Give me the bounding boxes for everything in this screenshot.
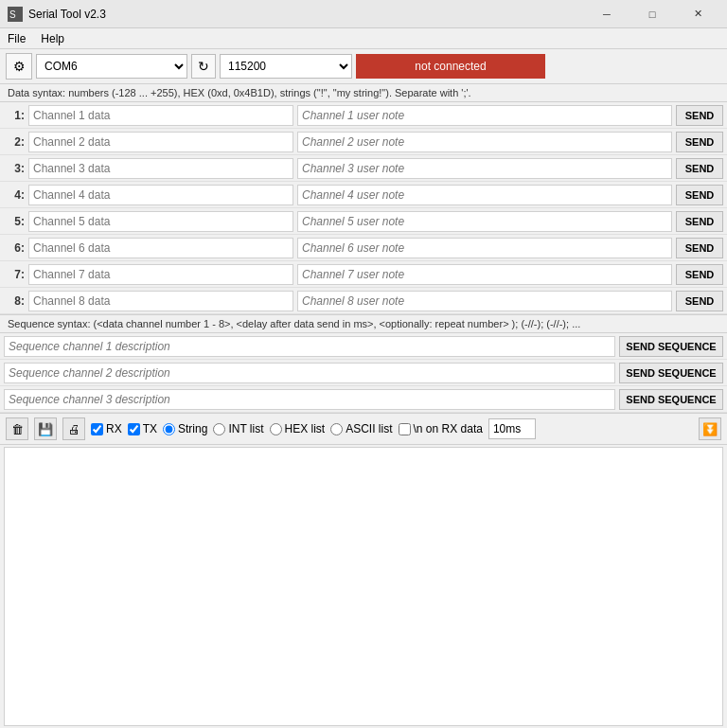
toolbar: ⚙ COM6 COM1 COM2 COM3 COM4 COM5 ↻ 115200…	[0, 49, 727, 84]
send-button-3[interactable]: SEND	[676, 158, 723, 179]
rx-checkbox-label[interactable]: RX	[91, 422, 122, 435]
send-button-7[interactable]: SEND	[676, 264, 723, 285]
channel-num-3: 3:	[4, 162, 25, 175]
rx-checkbox[interactable]	[91, 423, 103, 435]
channel-note-input-7[interactable]	[297, 264, 672, 285]
channel-data-input-7[interactable]	[28, 264, 293, 285]
channel-data-input-4[interactable]	[28, 185, 293, 205]
refresh-button[interactable]: ↻	[191, 54, 216, 79]
title-bar: S Serial Tool v2.3 ─ □ ✕	[0, 0, 727, 28]
save-button[interactable]: 💾	[34, 417, 57, 440]
sequence-input-3[interactable]	[4, 389, 615, 410]
channel-data-input-3[interactable]	[28, 158, 293, 179]
sequence-row-2: SEND SEQUENCE	[0, 360, 727, 386]
send-sequence-button-3[interactable]: SEND SEQUENCE	[619, 389, 723, 410]
channel-num-8: 8:	[4, 294, 25, 308]
channel-row-7: 7: SEND	[0, 261, 727, 288]
channel-num-1: 1:	[4, 109, 25, 122]
channel-row-5: 5: SEND	[0, 208, 727, 235]
channel-note-input-4[interactable]	[297, 185, 672, 205]
channel-row-1: 1: SEND	[0, 102, 727, 129]
clear-button[interactable]: 🗑	[6, 417, 28, 440]
string-radio[interactable]	[163, 423, 175, 435]
delay-input[interactable]	[488, 418, 536, 439]
newline-checkbox[interactable]	[399, 423, 411, 435]
channel-num-6: 6:	[4, 241, 25, 255]
connect-button[interactable]: not connected	[356, 54, 545, 79]
channel-note-input-3[interactable]	[297, 158, 672, 179]
main-content: ⚙ COM6 COM1 COM2 COM3 COM4 COM5 ↻ 115200…	[0, 49, 727, 728]
channel-row-8: 8: SEND	[0, 288, 727, 314]
expand-icon: ⏬	[702, 422, 718, 436]
channel-row-4: 4: SEND	[0, 182, 727, 208]
settings-button[interactable]: ⚙	[6, 53, 32, 80]
channel-data-input-6[interactable]	[28, 238, 293, 258]
port-select[interactable]: COM6 COM1 COM2 COM3 COM4 COM5	[36, 54, 187, 79]
channel-row-6: 6: SEND	[0, 235, 727, 261]
channel-note-input-6[interactable]	[297, 238, 672, 258]
monitor-area[interactable]	[4, 447, 723, 726]
bottom-toolbar: 🗑 💾 🖨 RX TX String INT list HEX list	[0, 413, 727, 445]
print-button[interactable]: 🖨	[62, 417, 85, 440]
channel-row-3: 3: SEND	[0, 155, 727, 182]
maximize-button[interactable]: □	[630, 0, 674, 28]
send-sequence-button-1[interactable]: SEND SEQUENCE	[619, 336, 723, 357]
send-button-8[interactable]: SEND	[676, 291, 723, 311]
sequence-row-3: SEND SEQUENCE	[0, 386, 727, 413]
hex-list-radio-label[interactable]: HEX list	[270, 422, 326, 435]
tx-label: TX	[143, 422, 157, 435]
send-button-6[interactable]: SEND	[676, 238, 723, 258]
rx-label: RX	[106, 422, 122, 435]
channel-row-2: 2: SEND	[0, 129, 727, 155]
ascii-list-radio[interactable]	[330, 423, 343, 435]
settings-icon: ⚙	[13, 59, 26, 74]
send-button-2[interactable]: SEND	[676, 132, 723, 152]
send-button-4[interactable]: SEND	[676, 185, 723, 205]
channel-note-input-8[interactable]	[297, 291, 672, 311]
window-controls: ─ □ ✕	[585, 0, 719, 28]
clear-icon: 🗑	[11, 422, 24, 436]
channel-data-input-5[interactable]	[28, 211, 293, 232]
newline-checkbox-label[interactable]: \n on RX data	[399, 422, 483, 435]
channel-data-input-2[interactable]	[28, 132, 293, 152]
app-icon: S	[8, 7, 23, 22]
baud-select[interactable]: 115200 9600 19200 38400 57600 230400 460…	[220, 54, 352, 79]
channel-data-input-8[interactable]	[28, 291, 293, 311]
int-list-label: INT list	[228, 422, 263, 435]
channel-data-input-1[interactable]	[28, 105, 293, 126]
channel-num-5: 5:	[4, 215, 25, 228]
refresh-icon: ↻	[198, 59, 209, 74]
ascii-list-radio-label[interactable]: ASCII list	[330, 422, 392, 435]
string-radio-label[interactable]: String	[163, 422, 207, 435]
channel-note-input-2[interactable]	[297, 132, 672, 152]
channel-note-input-1[interactable]	[297, 105, 672, 126]
int-list-radio[interactable]	[213, 423, 225, 435]
tx-checkbox-label[interactable]: TX	[128, 422, 157, 435]
expand-button[interactable]: ⏬	[699, 417, 721, 440]
data-syntax-hint: Data syntax: numbers (-128 ... +255), HE…	[0, 84, 727, 102]
menu-file[interactable]: File	[0, 30, 33, 47]
app-title: Serial Tool v2.3	[28, 8, 585, 21]
string-label: String	[178, 422, 207, 435]
tx-checkbox[interactable]	[128, 423, 140, 435]
menu-bar: File Help	[0, 28, 727, 49]
hex-list-radio[interactable]	[270, 423, 282, 435]
ascii-list-label: ASCII list	[346, 422, 392, 435]
channel-note-input-5[interactable]	[297, 211, 672, 232]
send-button-5[interactable]: SEND	[676, 211, 723, 232]
channel-num-2: 2:	[4, 135, 25, 149]
channel-num-7: 7:	[4, 268, 25, 281]
sequence-input-1[interactable]	[4, 336, 615, 357]
save-icon: 💾	[38, 422, 53, 436]
channels-area: 1: SEND 2: SEND 3: SEND 4: SEND 5: SEND …	[0, 102, 727, 314]
channel-num-4: 4:	[4, 188, 25, 202]
sequence-input-2[interactable]	[4, 363, 615, 383]
sequence-row-1: SEND SEQUENCE	[0, 333, 727, 360]
close-button[interactable]: ✕	[676, 0, 719, 28]
newline-label: \n on RX data	[414, 422, 483, 435]
send-button-1[interactable]: SEND	[676, 105, 723, 126]
minimize-button[interactable]: ─	[585, 0, 629, 28]
send-sequence-button-2[interactable]: SEND SEQUENCE	[619, 363, 723, 383]
menu-help[interactable]: Help	[33, 30, 72, 47]
int-list-radio-label[interactable]: INT list	[213, 422, 263, 435]
